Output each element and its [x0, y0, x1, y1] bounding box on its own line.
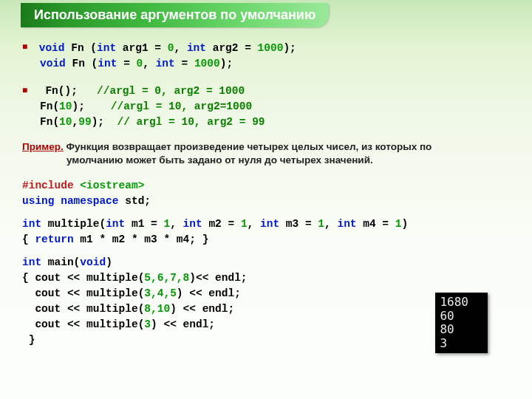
output-line: 1680	[440, 296, 468, 309]
main-decl-line: int main(void)	[22, 255, 510, 270]
note-lead: Пример.	[22, 141, 64, 152]
cout-line-1: { cout << multiple(5,6,7,8)<< endl;	[22, 270, 510, 286]
mul-decl-line: int multiple(int m1 = 1, int m2 = 1, int…	[22, 216, 510, 232]
bullet-icon: ■	[22, 85, 33, 98]
output-line: 80	[440, 323, 468, 336]
mul-body-line: { return m1 * m2 * m3 * m4; }	[22, 232, 510, 248]
call-line-3: Fn(10,99); // argl = 10, arg2 = 99	[22, 115, 510, 130]
output-line: 3	[440, 337, 468, 350]
bullet-icon: ■	[22, 41, 33, 54]
sig-line-2: void Fn (int = 0, int = 1000);	[22, 56, 510, 72]
slide-title: Использование аргументов по умолчанию	[21, 3, 329, 27]
call-line-2: Fn(10); //argl = 10, arg2=1000	[22, 99, 510, 115]
using-line: using namespace std;	[22, 194, 510, 209]
note-body-2: умолчанию может быть задано от нуля до ч…	[22, 154, 510, 167]
calls-block: ■ Fn(); //argl = 0, arg2 = 1000 Fn(10); …	[22, 83, 510, 130]
include-block: #include <iostream> using namespace std;	[22, 178, 510, 209]
include-line: #include <iostream>	[22, 178, 510, 194]
example-note: Пример. Функция возвращает произведение …	[22, 140, 510, 167]
console-output: 1680 60 80 3	[435, 293, 488, 353]
sig-line-1: ■ void Fn (int arg1 = 0, int arg2 = 1000…	[22, 41, 510, 56]
signature-block: ■ void Fn (int arg1 = 0, int arg2 = 1000…	[22, 41, 510, 72]
call-line-1: ■ Fn(); //argl = 0, arg2 = 1000	[22, 83, 510, 99]
note-body-1: Функция возвращает произведение четырех …	[64, 141, 432, 152]
output-line: 60	[440, 310, 468, 323]
multiple-decl: int multiple(int m1 = 1, int m2 = 1, int…	[22, 216, 510, 248]
